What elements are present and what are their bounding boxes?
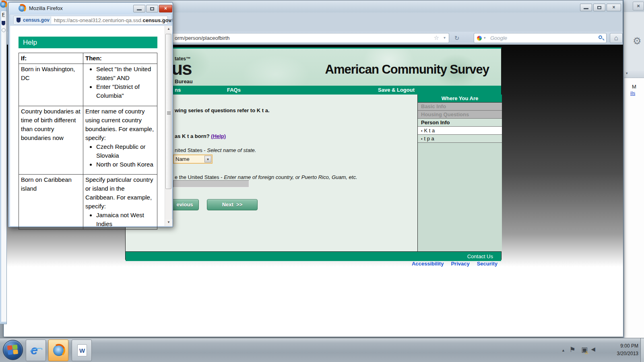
help-page-content: Help If: Then: Born in Washington, DCSel…	[10, 26, 172, 226]
scroll-up-button[interactable]: ▲	[165, 26, 172, 33]
restore-icon	[150, 7, 154, 10]
background-popup-content	[1, 11, 6, 322]
popup-window-title: Mozilla Firefox	[29, 5, 63, 11]
close-button[interactable]: ×	[607, 4, 621, 11]
minimize-button[interactable]	[580, 4, 592, 11]
footer-link[interactable]: Privacy	[451, 261, 469, 267]
intro-text: wing series of questions refer to K t a.	[175, 107, 270, 113]
restore-button[interactable]	[593, 4, 605, 11]
restore-button[interactable]	[146, 5, 158, 12]
next-button[interactable]: Next >>	[207, 199, 258, 210]
help-bullet: Enter "District of Columbia"	[96, 82, 155, 100]
help-bullet: North or South Korea	[96, 160, 155, 169]
scroll-down-button[interactable]: ▼	[165, 219, 172, 226]
where-you-are-sidebar: Where You Are Basic InfoHousing Question…	[417, 95, 502, 251]
help-bullet: Select "In the United States" AND	[96, 65, 155, 82]
scrollbar-thumb[interactable]	[165, 34, 171, 189]
page-title: American Community Survey	[325, 62, 489, 77]
url-domain: census.gov	[142, 17, 171, 23]
clock-date: 3/20/2013	[600, 350, 638, 358]
bookmark-star-icon[interactable]: ☆	[160, 16, 165, 23]
home-button[interactable]: ⌂	[610, 33, 623, 43]
option-outside-fragment: e the United States -	[175, 174, 224, 180]
footer-link[interactable]: Accessibility	[412, 261, 444, 267]
help-link[interactable]: (Help)	[211, 133, 226, 139]
select-dropdown-button[interactable]: ▾	[204, 156, 211, 162]
help-then-cell: Select "In the United States" ANDEnter "…	[83, 64, 157, 106]
popup-address-bar[interactable]: census.gov https://acs-oneal312.centurio…	[13, 16, 168, 25]
taskbar-item-firefox-active[interactable]	[48, 339, 68, 361]
taskbar-item-word[interactable]: W	[72, 339, 92, 361]
minimize-button[interactable]	[133, 5, 145, 12]
footer-links: AccessibilityPrivacySecurity	[412, 261, 497, 267]
state-select-value: Name	[175, 156, 190, 162]
contact-us-link[interactable]: Contact Us	[467, 253, 493, 259]
scrollbar-grip	[167, 111, 171, 115]
close-button[interactable]: ×	[633, 2, 644, 10]
help-if-cell: Country boundaries at time of birth diff…	[19, 106, 83, 175]
help-if-cell: Born in Washington, DC	[19, 64, 83, 106]
tray-clock[interactable]: 9:00 PM 3/20/2013	[600, 342, 638, 358]
help-then-cell: Specify particular country or island in …	[83, 175, 157, 230]
sidebar-item-label: Person Info	[421, 119, 450, 125]
help-bullet: Czech Republic or Slovakia	[96, 142, 155, 160]
sidebar-item-label: t p a	[424, 136, 434, 142]
scrollbar[interactable]: ▲ ▼	[165, 26, 172, 226]
volume-icon[interactable]: ◄	[590, 346, 597, 354]
close-icon: ×	[159, 6, 172, 11]
state-select[interactable]: Name ▾	[173, 154, 213, 164]
start-button[interactable]	[3, 340, 23, 360]
close-button[interactable]: ×	[159, 5, 172, 12]
sidebar-item[interactable]: Person Info	[418, 119, 502, 127]
option-outside-label: e the United States - Enter name of fore…	[175, 174, 357, 180]
restore-icon	[597, 6, 601, 9]
previous-button[interactable]: evious	[171, 199, 199, 210]
search-placeholder: Google	[490, 35, 507, 41]
help-popup-window: Mozilla Firefox × census.gov https://acs…	[8, 2, 173, 227]
nav-item[interactable]: ns	[175, 87, 181, 93]
nav-item[interactable]: FAQs	[227, 87, 241, 93]
network-warning-icon: ⚠	[585, 350, 588, 355]
acs-nav-bar: nsFAQsSave & Logout	[126, 86, 501, 95]
gear-icon[interactable]: ⚙	[633, 35, 642, 47]
firefox-icon	[53, 345, 64, 356]
help-then-bullets: Select "In the United States" ANDEnter "…	[85, 65, 155, 100]
footer-link[interactable]: Security	[477, 261, 497, 267]
shield-icon	[17, 18, 21, 23]
sidebar-item[interactable]: •K t a	[418, 127, 502, 135]
sidebar-item[interactable]: Basic Info	[418, 103, 502, 111]
reload-button[interactable]: ↻	[452, 33, 462, 43]
help-table-row: Born in Washington, DCSelect "In the Uni…	[19, 64, 157, 106]
search-bar[interactable]: ▾ Google	[474, 33, 607, 43]
help-then-bullets: Czech Republic or SlovakiaNorth or South…	[85, 142, 155, 169]
sidebar-item[interactable]: •t p a	[418, 135, 502, 143]
country-input[interactable]	[173, 180, 249, 187]
action-center-flag-icon[interactable]: ⚑	[570, 346, 576, 354]
taskbar-item-internet-explorer[interactable]: e	[26, 339, 46, 361]
site-identity-button[interactable]: census.gov	[14, 16, 51, 24]
help-table-header-then: Then:	[83, 53, 157, 64]
url-prefix: https://acs-oneal312.centurion-qa.ssd.	[54, 17, 142, 23]
chevron-down-icon[interactable]: ▾	[444, 35, 446, 40]
option-us-fragment: nited States -	[175, 147, 207, 153]
tray-expand-icon[interactable]: ▲	[561, 348, 565, 352]
background-window-right-edge: × ⚙ ▾ M ils	[623, 0, 644, 338]
clock-time: 9:00 PM	[600, 342, 638, 350]
chevron-down-icon[interactable]: ▾	[626, 71, 628, 75]
sidebar-item[interactable]: Housing Questions	[418, 111, 502, 119]
nav-item[interactable]: Save & Logout	[378, 87, 415, 93]
bookmark-star-icon[interactable]: ☆	[434, 34, 439, 41]
url-text: https://acs-oneal312.centurion-qa.ssd.ce…	[54, 17, 173, 23]
help-table-row: Country boundaries at time of birth diff…	[19, 106, 157, 175]
show-desktop-button[interactable]	[640, 338, 644, 362]
background-popup-left-edge: F	[0, 0, 7, 324]
url-suffix: /	[171, 17, 173, 23]
site-identity-label: census.gov	[23, 17, 50, 23]
chevron-down-icon[interactable]: ▾	[484, 36, 486, 40]
search-icon[interactable]	[599, 35, 602, 39]
help-heading: Help	[19, 37, 157, 48]
question-fragment: as K t a born?	[175, 133, 211, 139]
link-fragment[interactable]: ils	[630, 90, 635, 96]
menu-fragment: F	[2, 12, 5, 17]
reload-icon	[2, 28, 6, 32]
